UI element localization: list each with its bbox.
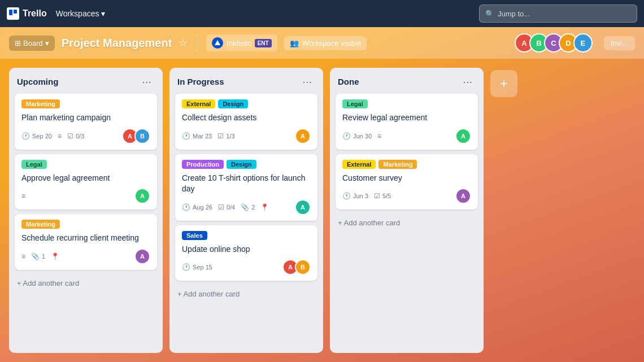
- app-logo: Trello: [7, 7, 47, 20]
- card[interactable]: ExternalDesignCollect design assets 🕐 Ma…: [175, 94, 317, 150]
- card-date: 🕐 Sep 15: [182, 263, 212, 271]
- column-header: Upcoming ···: [15, 73, 157, 89]
- card-avatars: AB: [125, 128, 150, 144]
- card-footer: 🕐 Jun 3 ☑ 5/5 A: [342, 188, 471, 204]
- card-tag: External: [182, 99, 215, 108]
- search-bar[interactable]: 🔍 Jump to...: [479, 5, 637, 23]
- column-title: In Progress: [177, 77, 224, 86]
- add-card-button[interactable]: + Add another card: [336, 214, 478, 232]
- svg-rect-0: [9, 10, 12, 15]
- workspace-button[interactable]: Inktistic ENT: [206, 34, 277, 51]
- card-tag: Legal: [342, 99, 368, 108]
- workspaces-button[interactable]: Workspaces ▾: [51, 7, 110, 20]
- card-description-icon: ≡: [21, 192, 25, 200]
- card-avatars: AB: [286, 259, 311, 275]
- card[interactable]: ProductionDesignCreate 10 T-shirt option…: [175, 154, 317, 221]
- visibility-label: Workspace visible: [302, 39, 362, 47]
- card-avatars: A: [459, 188, 471, 204]
- card-footer: 🕐 Mar 23 ☑ 1/3 A: [182, 128, 311, 144]
- card-footer: 🕐 Jun 30 ≡ A: [342, 128, 471, 144]
- card-avatars: A: [298, 199, 311, 215]
- card-avatar: B: [295, 259, 311, 275]
- card-location: 📍: [260, 203, 269, 211]
- attachment-count: 1: [42, 253, 45, 260]
- card[interactable]: LegalReview legal agreement 🕐 Jun 30 ≡ A: [336, 94, 478, 150]
- svg-rect-1: [14, 10, 17, 14]
- add-card-button[interactable]: + Add another card: [15, 274, 157, 292]
- location-icon: 📍: [51, 252, 59, 260]
- card-tags: Sales: [182, 231, 311, 240]
- board-view-icon: ⊞: [15, 39, 21, 47]
- card-tag: Sales: [182, 231, 207, 240]
- add-column-button[interactable]: +: [490, 70, 517, 97]
- invite-button[interactable]: Invi...: [604, 36, 635, 50]
- checklist-icon: ☑: [218, 203, 224, 211]
- card[interactable]: SalesUpdate online shop 🕐 Sep 15 AB: [175, 225, 317, 281]
- card-avatars: A: [138, 248, 150, 264]
- column-header: In Progress ···: [175, 73, 317, 89]
- avatar[interactable]: E: [573, 33, 593, 53]
- column-done: Done ··· LegalReview legal agreement 🕐 J…: [330, 68, 484, 353]
- card-date: 🕐 Aug 26: [182, 203, 212, 211]
- card-tags: Legal: [342, 99, 471, 108]
- card-footer: 🕐 Sep 15 AB: [182, 259, 311, 275]
- card-checklist: ☑ 0/3: [67, 132, 84, 140]
- card-tag: Marketing: [21, 99, 60, 108]
- location-icon: 📍: [260, 203, 269, 211]
- card-attachment: 📎 1: [31, 252, 45, 260]
- card-avatars: A: [138, 188, 150, 204]
- chevron-down-icon: ▾: [101, 9, 105, 18]
- card-attachment: 📎 2: [241, 203, 255, 211]
- card[interactable]: MarketingPlan marketing campaign 🕐 Sep 2…: [15, 94, 157, 150]
- column-menu-button[interactable]: ···: [459, 75, 476, 88]
- lines-icon: ≡: [21, 192, 25, 200]
- card-tag: Design: [227, 160, 256, 169]
- card-title: Schedule recurring client meeting: [21, 233, 150, 244]
- checklist-icon: ☑: [374, 192, 380, 200]
- column-menu-button[interactable]: ···: [299, 75, 315, 88]
- card-avatar: A: [134, 248, 150, 264]
- column-in-progress: In Progress ··· ExternalDesignCollect de…: [169, 68, 323, 353]
- add-card-button[interactable]: + Add another card: [175, 285, 317, 303]
- search-icon: 🔍: [485, 10, 494, 18]
- visibility-button[interactable]: 👥 Workspace visible: [284, 36, 367, 50]
- card-meta: ≡ 📎 1 📍: [21, 252, 59, 260]
- search-placeholder: Jump to...: [498, 10, 530, 18]
- workspaces-label: Workspaces: [56, 9, 99, 18]
- clock-icon: 🕐: [182, 263, 190, 271]
- clock-icon: 🕐: [182, 203, 190, 211]
- card-title: Plan marketing campaign: [21, 112, 150, 124]
- card-tag: External: [342, 160, 376, 169]
- date-value: Aug 26: [193, 204, 212, 211]
- card-title: Approve legal agreement: [21, 173, 150, 184]
- star-button[interactable]: ☆: [179, 37, 188, 49]
- attachment-count: 2: [251, 204, 255, 211]
- lines-icon: ≡: [377, 132, 381, 140]
- card-tag: Legal: [21, 160, 47, 169]
- card-title: Review legal agreement: [342, 112, 471, 124]
- card-description-icon: ≡: [21, 252, 25, 260]
- card[interactable]: MarketingSchedule recurring client meeti…: [15, 214, 157, 270]
- card[interactable]: ExternalMarketingCustomer survey 🕐 Jun 3…: [336, 154, 478, 210]
- app-name: Trello: [23, 8, 47, 19]
- card-meta: 🕐 Aug 26 ☑ 0/4 📎 2 📍: [182, 203, 269, 211]
- divider: [197, 35, 197, 51]
- card-avatars: A: [459, 128, 471, 144]
- card-meta: 🕐 Sep 15: [182, 263, 212, 271]
- checklist-value: 0/4: [227, 204, 235, 211]
- card-avatars: A: [298, 128, 311, 144]
- card-title: Customer survey: [342, 173, 471, 184]
- card-meta: 🕐 Sep 20 ≡ ☑ 0/3: [21, 132, 84, 140]
- card-tag: Marketing: [21, 220, 60, 229]
- card-footer: 🕐 Aug 26 ☑ 0/4 📎 2 📍 A: [182, 199, 311, 215]
- card-title: Create 10 T-shirt options for launch day: [182, 173, 311, 195]
- attachment-icon: 📎: [241, 203, 249, 211]
- board-title: Project Management: [62, 37, 172, 50]
- lines-icon: ≡: [58, 132, 62, 140]
- date-value: Jun 3: [353, 193, 368, 199]
- column-menu-button[interactable]: ···: [138, 75, 155, 88]
- board-view-button[interactable]: ⊞ Board ▾: [9, 36, 55, 51]
- board-view-label: Board: [23, 39, 43, 47]
- card[interactable]: LegalApprove legal agreement ≡ A: [15, 154, 157, 210]
- card-tag: Marketing: [378, 160, 417, 169]
